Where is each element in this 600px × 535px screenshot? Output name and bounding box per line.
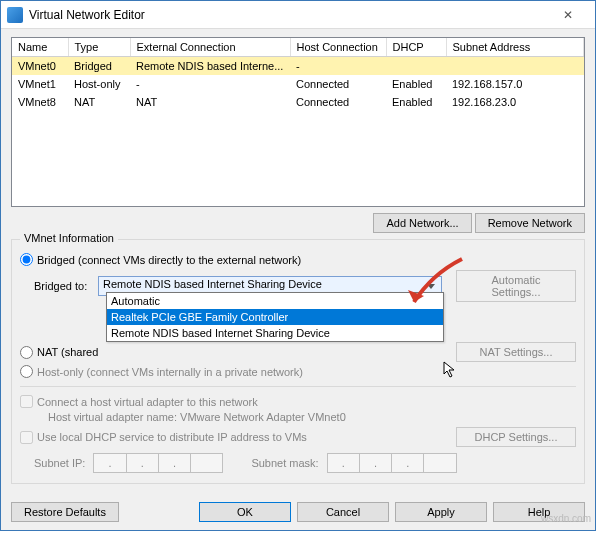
- window-root: Virtual Network Editor ✕ Name Type Exter…: [0, 0, 596, 531]
- bridged-radio-row[interactable]: Bridged (connect VMs directly to the ext…: [20, 253, 576, 266]
- group-title: VMnet Information: [20, 232, 118, 244]
- table-header-row: Name Type External Connection Host Conne…: [12, 38, 584, 57]
- hostonly-label: Host-only (connect VMs internally in a p…: [37, 366, 303, 378]
- col-name[interactable]: Name: [12, 38, 68, 57]
- bridged-radio[interactable]: [20, 253, 33, 266]
- watermark: wsxdn.com: [541, 513, 591, 524]
- connect-host-row[interactable]: Connect a host virtual adapter to this n…: [20, 395, 576, 408]
- combo-value: Remote NDIS based Internet Sharing Devic…: [103, 278, 322, 290]
- subnet-mask-label: Subnet mask:: [251, 457, 318, 469]
- connect-host-checkbox[interactable]: [20, 395, 33, 408]
- add-network-button[interactable]: Add Network...: [373, 213, 471, 233]
- col-subnet[interactable]: Subnet Address: [446, 38, 584, 57]
- subnet-ip-input[interactable]: ...: [93, 453, 223, 473]
- dropdown-option[interactable]: Remote NDIS based Internet Sharing Devic…: [107, 325, 443, 341]
- nat-label: NAT (shared: [37, 346, 98, 358]
- automatic-settings-button[interactable]: Automatic Settings...: [456, 270, 576, 302]
- col-dhcp[interactable]: DHCP: [386, 38, 446, 57]
- nat-radio-row[interactable]: NAT (shared NAT Settings...: [20, 342, 576, 362]
- host-adapter-hint: Host virtual adapter name: VMware Networ…: [48, 411, 576, 423]
- vmnet-info-group: VMnet Information Bridged (connect VMs d…: [11, 239, 585, 484]
- bridged-label: Bridged (connect VMs directly to the ext…: [37, 254, 301, 266]
- use-dhcp-checkbox[interactable]: [20, 431, 33, 444]
- dhcp-settings-button[interactable]: DHCP Settings...: [456, 427, 576, 447]
- subnet-ip-label: Subnet IP:: [34, 457, 85, 469]
- titlebar[interactable]: Virtual Network Editor ✕: [1, 1, 595, 29]
- col-host[interactable]: Host Connection: [290, 38, 386, 57]
- nat-settings-button[interactable]: NAT Settings...: [456, 342, 576, 362]
- bridged-to-label: Bridged to:: [34, 280, 92, 292]
- col-type[interactable]: Type: [68, 38, 130, 57]
- window-controls: ✕: [547, 2, 589, 28]
- cancel-button[interactable]: Cancel: [297, 502, 389, 522]
- ok-button[interactable]: OK: [199, 502, 291, 522]
- network-table[interactable]: Name Type External Connection Host Conne…: [11, 37, 585, 207]
- remove-network-button[interactable]: Remove Network: [475, 213, 585, 233]
- dropdown-option[interactable]: Realtek PCIe GBE Family Controller: [107, 309, 443, 325]
- restore-defaults-button[interactable]: Restore Defaults: [11, 502, 119, 522]
- close-icon[interactable]: ✕: [547, 2, 589, 28]
- hostonly-radio[interactable]: [20, 365, 33, 378]
- use-dhcp-label: Use local DHCP service to distribute IP …: [37, 431, 307, 443]
- hostonly-radio-row[interactable]: Host-only (connect VMs internally in a p…: [20, 365, 576, 378]
- table-row[interactable]: VMnet1 Host-only - Connected Enabled 192…: [12, 75, 584, 93]
- connect-host-label: Connect a host virtual adapter to this n…: [37, 396, 258, 408]
- table-row[interactable]: VMnet0 Bridged Remote NDIS based Interne…: [12, 57, 584, 76]
- dialog-footer: Restore Defaults OK Cancel Apply Help: [1, 494, 595, 530]
- use-dhcp-row[interactable]: Use local DHCP service to distribute IP …: [20, 427, 576, 447]
- window-title: Virtual Network Editor: [29, 8, 547, 22]
- app-icon: [7, 7, 23, 23]
- nat-radio[interactable]: [20, 346, 33, 359]
- subnet-mask-input[interactable]: ...: [327, 453, 457, 473]
- table-row[interactable]: VMnet8 NAT NAT Connected Enabled 192.168…: [12, 93, 584, 111]
- bridged-to-dropdown[interactable]: Automatic Realtek PCIe GBE Family Contro…: [106, 292, 444, 342]
- col-ext[interactable]: External Connection: [130, 38, 290, 57]
- apply-button[interactable]: Apply: [395, 502, 487, 522]
- dropdown-option[interactable]: Automatic: [107, 293, 443, 309]
